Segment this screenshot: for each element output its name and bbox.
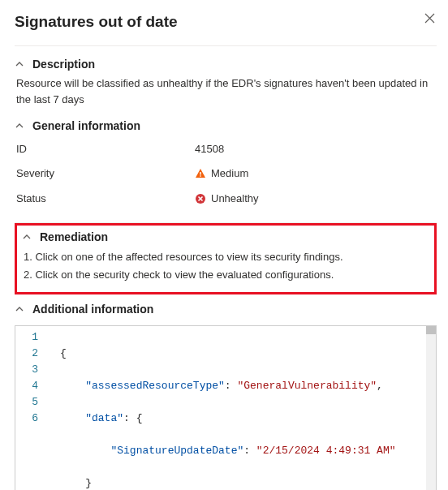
line-number: 6: [22, 410, 38, 427]
line-number: 5: [22, 394, 38, 410]
info-val-status: Unhealthy: [211, 191, 259, 207]
chevron-up-icon: [22, 232, 32, 242]
section-title-general: General information: [32, 119, 140, 132]
info-val-id: 41508: [195, 141, 224, 157]
info-key-id: ID: [16, 141, 195, 157]
chevron-up-icon: [15, 121, 24, 131]
section-title-description: Description: [32, 58, 95, 71]
scrollbar-thumb[interactable]: [426, 326, 436, 334]
remediation-step: 1. Click on one of the affected resource…: [24, 248, 429, 266]
panel-title: Signatures out of date: [15, 10, 178, 31]
info-row-status: Status Unhealthy: [16, 187, 437, 211]
svg-rect-0: [200, 172, 200, 175]
description-text: Resource will be classified as unhealthy…: [15, 75, 437, 108]
info-key-status: Status: [16, 191, 195, 207]
divider: [15, 45, 437, 46]
section-toggle-description[interactable]: Description: [15, 54, 437, 75]
close-icon: [424, 13, 435, 24]
info-val-severity: Medium: [211, 165, 248, 182]
error-icon: [195, 193, 206, 204]
close-button[interactable]: [424, 10, 437, 25]
remediation-highlight: Remediation 1. Click on one of the affec…: [15, 223, 437, 294]
code-content: { "assessedResourceType": "GeneralVulner…: [47, 326, 426, 490]
section-title-additional: Additional information: [32, 303, 153, 316]
chevron-up-icon: [15, 304, 24, 314]
chevron-up-icon: [15, 59, 24, 69]
info-row-id: ID 41508: [16, 137, 437, 161]
info-row-severity: Severity Medium: [16, 161, 437, 186]
line-number: 1: [22, 329, 38, 346]
warning-icon: [195, 168, 206, 179]
scrollbar-vertical[interactable]: [426, 326, 436, 490]
line-number: 4: [22, 378, 38, 394]
code-gutter: 1 2 3 4 5 6: [15, 326, 47, 490]
line-number: 3: [22, 362, 38, 378]
section-title-remediation: Remediation: [40, 230, 108, 243]
section-toggle-general[interactable]: General information: [15, 116, 437, 137]
svg-rect-1: [200, 176, 200, 177]
info-key-severity: Severity: [16, 165, 195, 182]
section-toggle-remediation[interactable]: Remediation: [22, 229, 429, 248]
section-toggle-additional[interactable]: Additional information: [15, 299, 437, 320]
code-viewer[interactable]: 1 2 3 4 5 6 { "assessedResourceType": "G…: [15, 325, 437, 490]
line-number: 2: [22, 346, 38, 362]
remediation-step: 2. Click on the security check to view t…: [24, 266, 429, 284]
